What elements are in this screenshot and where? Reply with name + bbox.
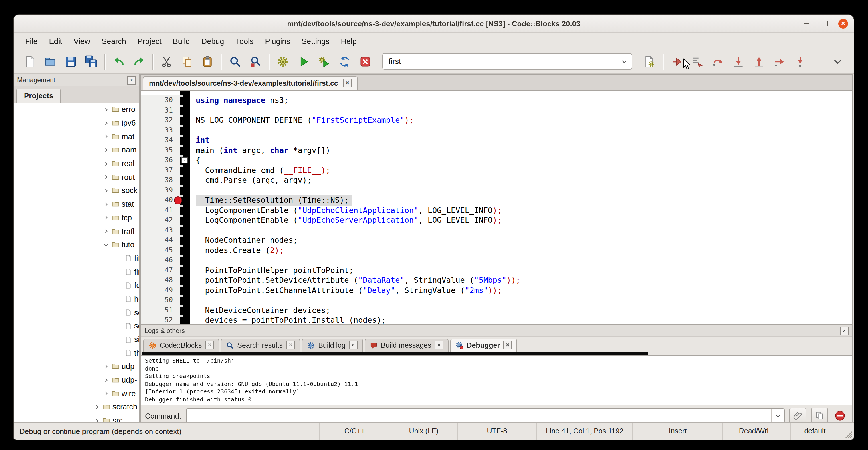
- code-line-39[interactable]: 39: [141, 185, 852, 195]
- code-line-33[interactable]: 33: [141, 125, 852, 136]
- code-line-38[interactable]: 38 cmd.Parse (argc, argv);: [141, 175, 852, 185]
- build-button[interactable]: [273, 52, 293, 71]
- chevron-right-icon[interactable]: [103, 364, 111, 369]
- code-line-52[interactable]: 52 devices = pointToPoint.Install (nodes…: [141, 315, 852, 324]
- copy-log-button[interactable]: [811, 408, 828, 424]
- menu-edit[interactable]: Edit: [43, 34, 68, 48]
- menu-project[interactable]: Project: [132, 34, 167, 48]
- tree-item-se[interactable]: se: [14, 306, 139, 319]
- tree-item-scratch[interactable]: scratch: [14, 400, 139, 414]
- find-button[interactable]: [225, 52, 245, 71]
- find-combo[interactable]: first: [382, 53, 632, 70]
- tree-item-se[interactable]: se: [14, 319, 139, 333]
- chevron-right-icon[interactable]: [103, 201, 111, 207]
- tab-close-icon[interactable]: ✕: [286, 341, 295, 350]
- tab-close-icon[interactable]: ✕: [349, 341, 358, 350]
- run-button[interactable]: [293, 52, 314, 71]
- code-line-47[interactable]: 47 PointToPointHelper pointToPoint;: [141, 265, 852, 275]
- chevron-right-icon[interactable]: [103, 215, 111, 221]
- code-line-48[interactable]: 48 pointToPoint.SetDeviceAttribute ("Dat…: [141, 275, 852, 285]
- chevron-right-icon[interactable]: [103, 377, 111, 383]
- copy-button[interactable]: [177, 52, 197, 71]
- line-number[interactable]: 42: [141, 215, 180, 225]
- tree-item-udp[interactable]: udp-: [14, 373, 139, 387]
- chevron-right-icon[interactable]: [103, 107, 111, 113]
- tree-item-ipv6[interactable]: ipv6: [14, 116, 139, 130]
- chevron-right-icon[interactable]: [103, 188, 111, 193]
- paste-button[interactable]: [197, 52, 218, 71]
- chevron-right-icon[interactable]: [103, 391, 111, 397]
- line-number[interactable]: 36: [141, 155, 180, 165]
- step-into-button[interactable]: [728, 52, 749, 71]
- code-line-35[interactable]: 35main (int argc, char *argv[]): [141, 145, 852, 155]
- tree-item-erro[interactable]: erro: [14, 103, 139, 116]
- line-number[interactable]: 39: [141, 185, 180, 195]
- tree-item-stat[interactable]: stat: [14, 198, 139, 211]
- minimize-button[interactable]: [801, 18, 811, 29]
- code-line-51[interactable]: 51 NetDeviceContainer devices;: [141, 305, 852, 315]
- line-number[interactable]: 30: [141, 95, 180, 106]
- menu-tools[interactable]: Tools: [230, 34, 259, 48]
- code-line-46[interactable]: 46: [141, 255, 852, 265]
- tree-item-tcp[interactable]: tcp: [14, 211, 139, 224]
- save-all-button[interactable]: [81, 52, 101, 71]
- tree-item-wire[interactable]: wire: [14, 387, 139, 400]
- menu-search[interactable]: Search: [96, 34, 132, 48]
- tree-item-sock[interactable]: sock: [14, 184, 139, 197]
- tree-item-he[interactable]: he: [14, 292, 139, 305]
- menu-build[interactable]: Build: [167, 34, 196, 48]
- stop-debugger-button[interactable]: [833, 408, 847, 423]
- titlebar[interactable]: mnt/dev/tools/source/ns-3-dev/examples/t…: [14, 15, 854, 33]
- tree-item-nam[interactable]: nam: [14, 143, 139, 157]
- code-area[interactable]: 30using namespace ns3;3132NS_LOG_COMPONE…: [141, 90, 852, 324]
- tree-item-fo[interactable]: fo: [14, 279, 139, 292]
- line-number[interactable]: 38: [141, 175, 180, 185]
- tree-item-fif[interactable]: fif: [14, 251, 139, 265]
- code-line-42[interactable]: 42 LogComponentEnable ("UdpEchoServerApp…: [141, 215, 852, 225]
- line-number[interactable]: 31: [141, 106, 180, 115]
- debugger-log[interactable]: Setting SHELL to '/bin/sh'doneSetting br…: [141, 355, 852, 406]
- replace-button[interactable]: [245, 52, 266, 71]
- code-line-45[interactable]: 45 nodes.Create (2);: [141, 245, 852, 255]
- menu-help[interactable]: Help: [335, 34, 363, 48]
- tree-item-real[interactable]: real: [14, 157, 139, 171]
- chevron-right-icon[interactable]: [103, 161, 111, 167]
- command-input[interactable]: [186, 408, 785, 423]
- maximize-button[interactable]: [819, 18, 830, 29]
- tree-item-th[interactable]: th: [14, 347, 139, 360]
- line-number[interactable]: 45: [141, 245, 180, 255]
- logs-close-icon[interactable]: ✕: [840, 326, 848, 335]
- code-line-41[interactable]: 41 LogComponentEnable ("UdpEchoClientApp…: [141, 205, 852, 215]
- tab-projects[interactable]: Projects: [16, 89, 61, 103]
- line-number[interactable]: 50: [141, 295, 180, 305]
- line-number[interactable]: 37: [141, 165, 180, 175]
- line-number[interactable]: 41: [141, 205, 180, 215]
- tree-item-six[interactable]: six: [14, 333, 139, 346]
- next-line-button[interactable]: [708, 52, 728, 71]
- logs-tab-code-blocks[interactable]: Code::Blocks✕: [143, 339, 219, 352]
- code-line-31[interactable]: 31: [141, 106, 852, 115]
- line-number[interactable]: 35: [141, 145, 180, 155]
- line-number[interactable]: 52: [141, 315, 180, 324]
- command-dropdown-icon[interactable]: [771, 409, 784, 423]
- line-number[interactable]: 51: [141, 305, 180, 315]
- tree-item-src[interactable]: src: [14, 414, 139, 423]
- chevron-right-icon[interactable]: [103, 175, 111, 180]
- fold-marker[interactable]: -: [182, 157, 188, 163]
- editor-tab-first-cc[interactable]: mnt/dev/tools/source/ns-3-dev/examples/t…: [143, 76, 358, 90]
- save-file-button[interactable]: [61, 52, 81, 71]
- tree-item-tuto[interactable]: tuto: [14, 238, 139, 251]
- toolbar-overflow-button[interactable]: [828, 52, 848, 71]
- menu-plugins[interactable]: Plugins: [259, 34, 296, 48]
- tree-item-rout[interactable]: rout: [14, 171, 139, 184]
- code-line-43[interactable]: 43: [141, 225, 852, 235]
- line-number[interactable]: 32: [141, 115, 180, 125]
- step-out-button[interactable]: [749, 52, 769, 71]
- breakpoint-marker[interactable]: [174, 196, 182, 204]
- logs-tab-debugger[interactable]: Debugger✕: [450, 339, 517, 352]
- code-line-36[interactable]: 36-{: [141, 155, 852, 165]
- redo-button[interactable]: [129, 52, 150, 71]
- code-line-37[interactable]: 37 CommandLine cmd (__FILE__);: [141, 165, 852, 175]
- line-number[interactable]: 46: [141, 255, 180, 265]
- chevron-right-icon[interactable]: [103, 120, 111, 126]
